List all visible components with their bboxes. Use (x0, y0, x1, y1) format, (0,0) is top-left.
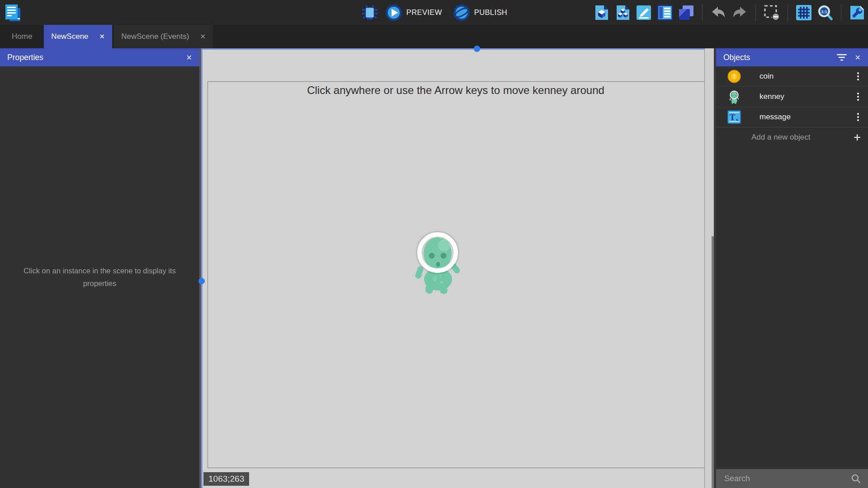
publish-globe-icon (453, 4, 470, 21)
properties-close-icon[interactable]: ✕ (186, 53, 192, 62)
tab-newscene[interactable]: NewScene ✕ (44, 25, 112, 48)
scene-instruction-text: Click anywhere or use the Arrow keys to … (208, 84, 704, 97)
tab-newscene-close-icon[interactable]: ✕ (99, 33, 105, 41)
toolbar-divider (702, 5, 703, 21)
instances-list-icon[interactable] (657, 5, 673, 21)
object-menu-coin[interactable] (855, 70, 861, 82)
object-row-message[interactable]: T x message (716, 107, 868, 127)
settings-wrench-icon[interactable] (849, 5, 865, 21)
properties-panel-title: Properties (7, 53, 43, 62)
search-icon[interactable] (851, 474, 861, 483)
objects-panel-header: Objects ✕ (716, 48, 868, 66)
cursor-coordinates-badge: 1063;263 (203, 472, 249, 486)
kenney-character-sprite[interactable] (408, 228, 467, 295)
objects-close-icon[interactable]: ✕ (855, 53, 861, 62)
tab-bar: Home NewScene ✕ NewScene (Events) ✕ (0, 25, 868, 48)
preview-button[interactable]: PREVIEW (385, 4, 442, 21)
edit-properties-icon[interactable] (636, 5, 652, 21)
kenney-object-icon (727, 89, 741, 105)
publish-label: PUBLISH (474, 8, 507, 17)
publish-button[interactable]: PUBLISH (453, 4, 507, 21)
coin-object-icon (727, 68, 741, 84)
undo-icon[interactable] (710, 5, 726, 21)
tab-home[interactable]: Home (6, 25, 38, 48)
gdevelop-window: PREVIEW PUBLISH (0, 0, 868, 488)
toolbar-right-group: 1:1 (593, 0, 865, 25)
object-row-kenney[interactable]: kenney (716, 87, 868, 107)
object-menu-kenney[interactable] (855, 91, 861, 103)
toolbar-divider (841, 5, 841, 21)
zoom-reset-label: 1:1 (821, 9, 827, 14)
debug-bug-icon (361, 4, 379, 22)
preview-label: PREVIEW (406, 8, 442, 17)
preview-play-icon (385, 4, 402, 21)
text-icon-x: x (736, 117, 739, 122)
filter-icon[interactable] (837, 54, 847, 61)
add-object-button[interactable]: Add a new object + (716, 127, 868, 147)
scene-window-border-top (201, 48, 716, 50)
properties-panel-header: Properties ✕ (0, 48, 199, 66)
add-object-label: Add a new object (751, 133, 854, 142)
properties-empty-message: Click on an instance in the scene to dis… (13, 264, 187, 290)
object-name: kenney (760, 92, 855, 101)
scene-window-border-left (201, 48, 203, 488)
project-manager-icon (4, 3, 23, 23)
resize-handle-left[interactable] (198, 278, 205, 284)
toolbar-divider (788, 5, 788, 21)
object-groups-icon[interactable] (614, 5, 631, 21)
tab-newscene-events-close-icon[interactable]: ✕ (200, 33, 206, 41)
object-row-coin[interactable]: coin (716, 66, 868, 87)
zoom-reset-icon[interactable]: 1:1 (817, 5, 833, 21)
toolbar-divider (755, 5, 756, 21)
plus-icon: + (854, 131, 861, 144)
tab-newscene-label: NewScene (51, 32, 88, 41)
deselect-icon[interactable] (764, 5, 780, 21)
properties-panel: Properties ✕ Click on an instance in the… (0, 48, 199, 488)
grid-icon[interactable] (796, 5, 812, 21)
redo-icon[interactable] (731, 5, 748, 21)
text-icon-T: T (730, 113, 736, 122)
debug-button[interactable] (361, 4, 379, 22)
project-manager-button[interactable] (4, 3, 23, 23)
scene-objects-icon[interactable] (593, 5, 609, 21)
tab-newscene-events[interactable]: NewScene (Events) ✕ (114, 25, 213, 48)
tab-newscene-events-label: NewScene (Events) (121, 32, 189, 41)
text-object-icon: T x (727, 109, 741, 125)
main-toolbar: PREVIEW PUBLISH (0, 0, 868, 25)
tab-home-label: Home (12, 32, 32, 41)
layers-icon[interactable] (678, 5, 694, 21)
object-name: message (760, 113, 855, 122)
objects-search-bar (716, 469, 868, 488)
object-menu-message[interactable] (855, 111, 861, 123)
objects-panel: Objects ✕ coin (716, 48, 868, 488)
objects-search-input[interactable] (723, 474, 851, 484)
resize-handle-top[interactable] (474, 46, 480, 52)
objects-panel-title: Objects (723, 53, 750, 62)
object-name: coin (760, 72, 855, 81)
